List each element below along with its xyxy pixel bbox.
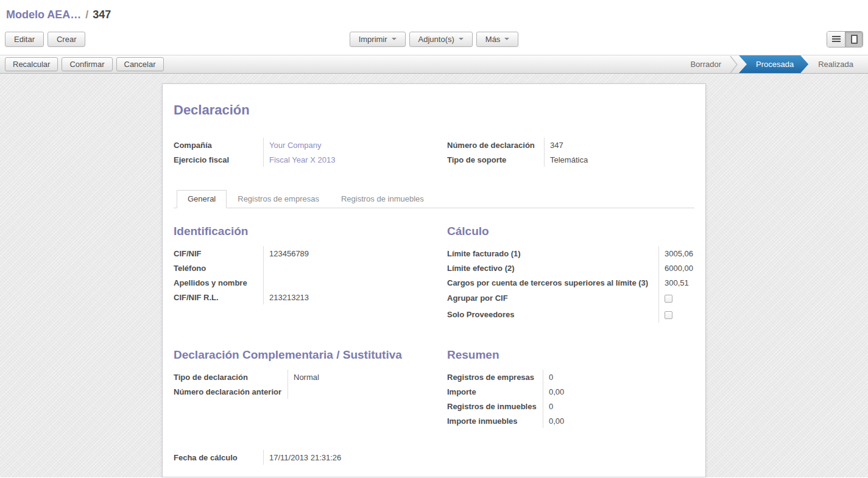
record-actions: Editar Crear	[5, 32, 350, 47]
field-compania: Compañía Your Company	[174, 138, 437, 152]
agrupar-por-cif-checkbox[interactable]	[665, 295, 672, 303]
field-label: Límite efectivo (2)	[447, 261, 659, 275]
field-apellidos-nombre: Apellidos y nombre	[174, 275, 437, 290]
field-value: 0,00	[543, 416, 564, 426]
field-label: Cargos por cuenta de terceros superiores…	[447, 275, 659, 290]
field-cif-nif: CIF/NIF 123456789	[174, 246, 437, 261]
header-fields: Compañía Your Company Ejercicio fiscal F…	[174, 138, 694, 167]
field-solo-proveedores: Solo Proveedores	[447, 306, 694, 323]
field-value: 123456789	[264, 249, 309, 258]
solo-proveedores-checkbox[interactable]	[665, 311, 672, 319]
field-limite-facturado: Límite facturado (1) 3005,06	[447, 246, 694, 261]
field-label: CIF/NIF	[174, 246, 264, 261]
field-limite-efectivo: Límite efectivo (2) 6000,00	[447, 261, 694, 275]
create-button[interactable]: Crear	[48, 32, 86, 47]
chevron-down-icon	[459, 38, 464, 40]
section-complementaria: Declaración Complementaria / Sustitutiva…	[174, 348, 437, 428]
notebook-tabs: General Registros de empresas Registros …	[174, 190, 694, 208]
field-value: 17/11/2013 21:31:26	[264, 453, 341, 462]
field-numero-declaracion-anterior: Número declaración anterior	[174, 384, 437, 399]
form-title: Declaración	[174, 102, 694, 118]
document-actions: Imprimir Adjunto(s) Más	[350, 32, 519, 47]
field-label: Importe inmuebles	[447, 413, 543, 428]
field-value: 0	[543, 373, 553, 382]
field-importe-inmuebles: Importe inmuebles 0,00	[447, 413, 694, 428]
chevron-down-icon	[392, 38, 397, 40]
attachments-label: Adjunto(s)	[418, 35, 454, 44]
breadcrumb-parent-link[interactable]: Modelo AEA…	[6, 9, 81, 21]
breadcrumb-current: 347	[93, 9, 111, 21]
status-realizada: Realizada	[810, 55, 862, 73]
field-label: Número declaración anterior	[174, 384, 288, 399]
field-label: Tipo de soporte	[447, 152, 545, 167]
fiscal-year-link[interactable]: Fiscal Year X 2013	[264, 155, 335, 164]
section-title: Cálculo	[447, 225, 694, 238]
form-icon	[851, 35, 858, 44]
field-value: Normal	[288, 373, 319, 382]
edit-button[interactable]: Editar	[5, 32, 44, 47]
company-link[interactable]: Your Company	[264, 141, 322, 150]
field-registros-inmuebles: Registros de inmuebles 0	[447, 399, 694, 413]
tab-registros-empresas[interactable]: Registros de empresas	[227, 190, 330, 208]
field-cif-nif-rl: CIF/NIF R.L. 213213213	[174, 290, 437, 304]
attachments-dropdown-button[interactable]: Adjunto(s)	[409, 32, 473, 47]
field-value: Telemática	[545, 155, 588, 164]
view-switcher	[518, 31, 863, 47]
status-procesada-badge: Procesada	[739, 55, 808, 73]
field-label: Registros de empresas	[447, 370, 543, 384]
field-label: Agrupar por CIF	[447, 290, 659, 306]
field-registros-empresas: Registros de empresas 0	[447, 370, 694, 384]
workflow-bar: Recalcular Confirmar Cancelar Borrador P…	[0, 55, 868, 74]
field-label: Teléfono	[174, 261, 264, 275]
field-numero-declaracion: Número de declaración 347	[447, 138, 694, 152]
confirm-button[interactable]: Confirmar	[62, 57, 112, 71]
field-fecha-calculo: Fecha de cálculo 17/11/2013 21:31:26	[174, 450, 694, 465]
tab-general-content: Identificación CIF/NIF 123456789 Teléfon…	[174, 208, 694, 465]
list-icon	[832, 36, 841, 42]
field-label: Compañía	[174, 138, 264, 152]
print-dropdown-button[interactable]: Imprimir	[350, 32, 406, 47]
field-value: 0	[543, 402, 553, 411]
field-label: CIF/NIF R.L.	[174, 290, 264, 304]
view-switcher-group	[827, 31, 863, 47]
field-tipo-soporte: Tipo de soporte Telemática	[447, 152, 694, 167]
breadcrumb-separator: /	[85, 9, 88, 21]
section-title: Identificación	[174, 225, 437, 238]
recalculate-button[interactable]: Recalcular	[5, 57, 58, 71]
section-title: Resumen	[447, 348, 694, 362]
field-value: 347	[545, 141, 563, 150]
section-calculo: Cálculo Límite facturado (1) 3005,06 Lím…	[447, 225, 694, 323]
field-ejercicio-fiscal: Ejercicio fiscal Fiscal Year X 2013	[174, 152, 437, 167]
field-agrupar-por-cif: Agrupar por CIF	[447, 290, 694, 306]
print-label: Imprimir	[359, 35, 387, 44]
field-value: 3005,06	[659, 249, 693, 258]
tab-general[interactable]: General	[177, 190, 227, 208]
tab-registros-inmuebles[interactable]: Registros de inmuebles	[330, 190, 435, 208]
field-label: Fecha de cálculo	[174, 450, 264, 465]
cancel-button[interactable]: Cancelar	[116, 57, 164, 71]
content-background: Declaración Compañía Your Company Ejerci…	[0, 74, 868, 477]
field-label: Apellidos y nombre	[174, 275, 264, 290]
header-right-group: Número de declaración 347 Tipo de soport…	[447, 138, 694, 167]
field-value: 0,00	[543, 387, 564, 396]
field-label: Registros de inmuebles	[447, 399, 543, 413]
section-identificacion: Identificación CIF/NIF 123456789 Teléfon…	[174, 225, 437, 323]
field-value: 213213213	[264, 293, 309, 302]
header-left-group: Compañía Your Company Ejercicio fiscal F…	[174, 138, 437, 167]
field-label: Solo Proveedores	[447, 306, 659, 323]
form-view-button[interactable]	[845, 32, 863, 47]
statusbar: Borrador Procesada Realizada	[682, 55, 868, 73]
section-resumen: Resumen Registros de empresas 0 Importe …	[447, 348, 694, 428]
field-telefono: Teléfono	[174, 261, 437, 275]
field-label: Importe	[447, 384, 543, 399]
field-cargos-terceros: Cargos por cuenta de terceros superiores…	[447, 275, 694, 290]
form-sheet: Declaración Compañía Your Company Ejerci…	[162, 83, 706, 477]
field-label: Tipo de declaración	[174, 370, 288, 384]
section-title: Declaración Complementaria / Sustitutiva	[174, 348, 437, 362]
field-value: 6000,00	[659, 264, 693, 273]
list-view-button[interactable]	[827, 32, 845, 47]
status-borrador: Borrador	[682, 55, 730, 73]
breadcrumb: Modelo AEA… / 347	[0, 0, 868, 27]
more-dropdown-button[interactable]: Más	[476, 32, 519, 47]
field-label: Ejercicio fiscal	[174, 152, 264, 167]
